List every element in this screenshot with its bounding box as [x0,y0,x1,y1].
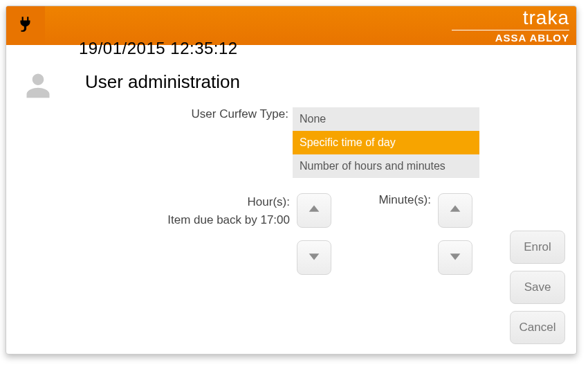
minutes-up-button[interactable] [438,193,472,228]
minutes-label: Minute(s): [359,193,435,275]
hours-up-button[interactable] [297,193,331,228]
due-back-text: Item due back by 17:00 [6,211,290,229]
action-buttons: Enrol Save Cancel [510,231,565,344]
brand-block: traka ASSA ABLOY [452,6,576,45]
minutes-stepper [438,193,472,275]
curfew-option-specific-time[interactable]: Specific time of day [293,131,479,154]
curfew-type-options: None Specific time of day Number of hour… [293,107,479,178]
cancel-button[interactable]: Cancel [510,311,565,344]
user-icon [23,70,53,103]
brand-primary: traka [452,9,569,28]
curfew-form: User Curfew Type: None Specific time of … [6,107,479,182]
brand-secondary: ASSA ABLOY [452,32,569,44]
arrow-down-icon [448,249,463,267]
minutes-down-button[interactable] [438,240,472,275]
app-window: traka ASSA ABLOY 19/01/2015 12:35:12 Use… [6,6,577,355]
brand-divider [452,30,569,30]
hours-stepper [297,193,331,275]
time-spinner-area: Hour(s): Item due back by 17:00 Minute(s… [6,193,479,275]
arrow-up-icon [448,202,463,220]
page-title: User administration [85,71,240,93]
arrow-down-icon [306,249,322,267]
content-area: User administration User Curfew Type: No… [6,45,576,354]
plug-icon [17,15,35,36]
curfew-option-hours-minutes[interactable]: Number of hours and minutes [293,154,479,178]
hours-down-button[interactable] [297,240,331,275]
enrol-button[interactable]: Enrol [510,231,565,264]
save-button[interactable]: Save [510,271,565,304]
hours-label: Hour(s): [6,193,290,211]
power-status [6,6,45,45]
arrow-up-icon [306,202,322,220]
curfew-type-label: User Curfew Type: [6,107,293,121]
curfew-option-none[interactable]: None [293,107,479,131]
